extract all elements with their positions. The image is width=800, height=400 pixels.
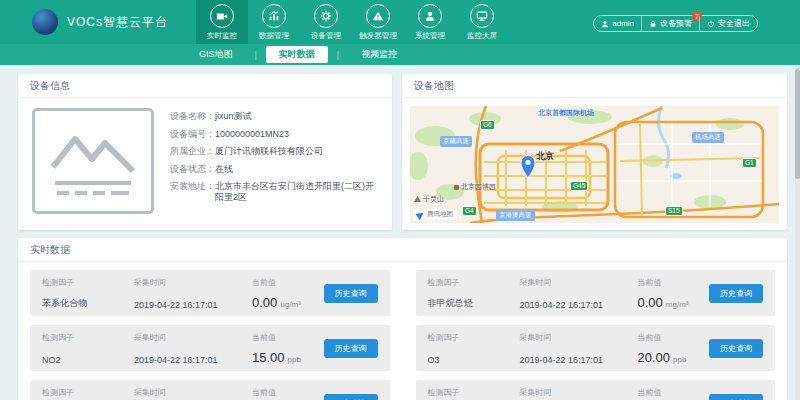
factor-card-tvoc: 检测因子TVOC 采集时间2019-04-22 16:17:01 当前值25.0… bbox=[30, 380, 390, 400]
device-map-title: 设备地图 bbox=[402, 74, 787, 98]
field-device-id: 设备编号： 1000000001MN23 bbox=[170, 129, 378, 140]
power-icon bbox=[707, 20, 715, 28]
sample-time: 2019-04-22 16:17:01 bbox=[134, 300, 252, 310]
realtime-title: 实时数据 bbox=[18, 238, 787, 262]
col-time-label: 采集时间 bbox=[134, 277, 252, 288]
map-road-label: 京港澳高速 bbox=[496, 210, 535, 221]
factor-card-nmhc: 检测因子非甲烷总烃 采集时间2019-04-22 16:17:01 当前值0.0… bbox=[416, 270, 776, 316]
logo-globe-icon bbox=[32, 9, 58, 35]
nav-item-system-management[interactable]: 系统管理 bbox=[404, 0, 456, 44]
sample-time: 2019-04-22 16:17:01 bbox=[520, 355, 638, 365]
current-value: 0.00 bbox=[638, 295, 663, 310]
factor-card-o3: 检测因子O3 采集时间2019-04-22 16:17:01 当前值20.00p… bbox=[416, 325, 776, 371]
current-value: 0.00 bbox=[252, 295, 277, 310]
tab-gis-map[interactable]: GIS地图 bbox=[186, 46, 246, 63]
map-city-label: 北京 bbox=[536, 150, 554, 163]
col-value-label: 当前值 bbox=[638, 277, 710, 288]
map-road-shield: G45 bbox=[570, 181, 588, 191]
tab-realtime-data[interactable]: 实时数据 bbox=[266, 46, 328, 63]
col-value-label: 当前值 bbox=[638, 387, 710, 398]
value-unit: ppb bbox=[288, 355, 301, 364]
nav-item-monitor-screen[interactable]: 监控大屏 bbox=[456, 0, 508, 44]
factor-card-benzene: 检测因子苯系化合物 采集时间2019-04-22 16:17:01 当前值0.0… bbox=[30, 270, 390, 316]
current-value: 15.00 bbox=[252, 350, 285, 365]
history-query-button[interactable]: 历史查询 bbox=[709, 394, 763, 400]
main-nav: 实时监控 数据管理 设备管理 触发器管理 bbox=[196, 0, 508, 44]
map[interactable]: 北京首都国际机场 北京 千灵山 北京园博园 京藏高速 机场高速 京港澳高速 G6… bbox=[410, 106, 779, 223]
nav-item-trigger-management[interactable]: 触发器管理 bbox=[352, 0, 404, 44]
map-road-shield: G4 bbox=[462, 206, 477, 216]
field-address: 安装地址： 北京市丰台区右安门街道开阳里(二区)开阳里2区 bbox=[170, 181, 378, 203]
lock-icon bbox=[649, 20, 657, 28]
divider: | bbox=[337, 50, 339, 60]
history-query-button[interactable]: 历史查询 bbox=[324, 339, 378, 358]
app-title: VOCs智慧云平台 bbox=[67, 14, 168, 31]
field-company: 所属企业： 厦门计讯物联科技有限公司 bbox=[170, 146, 378, 157]
alert-triangle-icon bbox=[366, 4, 390, 28]
logout-button[interactable]: 安全退出 bbox=[699, 16, 757, 31]
col-time-label: 采集时间 bbox=[134, 332, 252, 343]
col-factor-label: 检测因子 bbox=[428, 332, 520, 343]
top-header: VOCs智慧云平台 实时监控 数据管理 设备管理 bbox=[0, 0, 800, 44]
col-time-label: 采集时间 bbox=[520, 387, 638, 398]
col-time-label: 采集时间 bbox=[134, 387, 252, 398]
map-park-label: 北京园博园 bbox=[454, 182, 496, 192]
monitor-icon bbox=[470, 4, 494, 28]
nav-item-device-management[interactable]: 设备管理 bbox=[300, 0, 352, 44]
sub-nav: GIS地图 | 实时数据 | 视频监控 bbox=[0, 44, 800, 65]
map-pin-icon bbox=[521, 156, 535, 179]
scrollbar-thumb[interactable] bbox=[795, 69, 800, 179]
history-query-button[interactable]: 历史查询 bbox=[709, 284, 763, 303]
map-road-shield: G6 bbox=[480, 120, 495, 130]
history-query-button[interactable]: 历史查询 bbox=[324, 284, 378, 303]
device-info-body: 设备名称： jixun测试 设备编号： 1000000001MN23 所属企业：… bbox=[18, 98, 392, 224]
app-window: VOCs智慧云平台 实时监控 数据管理 设备管理 bbox=[0, 0, 800, 400]
device-image-placeholder bbox=[32, 108, 154, 214]
user-menu: admin 设备预警 7 安全退出 bbox=[593, 15, 758, 32]
factor-card-pm25: 检测因子PM2.5 采集时间2019-04-22 16:17:01 当前值30.… bbox=[416, 380, 776, 400]
history-query-button[interactable]: 历史查询 bbox=[709, 339, 763, 358]
history-query-button[interactable]: 历史查询 bbox=[324, 394, 378, 400]
mountain-icon bbox=[414, 196, 421, 202]
admin-label: admin bbox=[612, 19, 634, 28]
nav-item-realtime-monitor[interactable]: 实时监控 bbox=[196, 0, 248, 44]
realtime-data-panel: 实时数据 检测因子苯系化合物 采集时间2019-04-22 16:17:01 当… bbox=[18, 238, 787, 400]
col-factor-label: 检测因子 bbox=[42, 277, 134, 288]
factor-name: 苯系化合物 bbox=[42, 297, 134, 310]
col-value-label: 当前值 bbox=[252, 332, 324, 343]
col-value-label: 当前值 bbox=[638, 332, 710, 343]
col-time-label: 采集时间 bbox=[520, 332, 638, 343]
value-unit: ppb bbox=[673, 355, 686, 364]
device-info-title: 设备信息 bbox=[18, 74, 392, 98]
current-value: 20.00 bbox=[638, 350, 671, 365]
value-unit: mg/m³ bbox=[666, 300, 689, 309]
map-attribution: 腾讯地图 bbox=[413, 209, 457, 220]
logo: VOCs智慧云平台 bbox=[32, 9, 168, 35]
factor-card-no2: 检测因子NO2 采集时间2019-04-22 16:17:01 当前值15.00… bbox=[30, 325, 390, 371]
col-factor-label: 检测因子 bbox=[42, 387, 134, 398]
value-unit: ug/m³ bbox=[280, 300, 300, 309]
nav-item-data-management[interactable]: 数据管理 bbox=[248, 0, 300, 44]
map-road-shield: G1 bbox=[742, 158, 757, 168]
device-map-panel: 设备地图 bbox=[402, 74, 787, 230]
map-mountain-label: 千灵山 bbox=[414, 194, 444, 204]
logout-label: 安全退出 bbox=[718, 18, 750, 29]
divider: | bbox=[255, 50, 257, 60]
factor-name: NO2 bbox=[42, 355, 134, 365]
device-alert-button[interactable]: 设备预警 7 bbox=[641, 16, 699, 31]
admin-button[interactable]: admin bbox=[594, 16, 641, 31]
camera-icon bbox=[210, 4, 234, 28]
col-time-label: 采集时间 bbox=[520, 277, 638, 288]
realtime-grid: 检测因子苯系化合物 采集时间2019-04-22 16:17:01 当前值0.0… bbox=[18, 262, 787, 400]
col-value-label: 当前值 bbox=[252, 277, 324, 288]
factor-name: O3 bbox=[428, 355, 520, 365]
scrollbar[interactable] bbox=[795, 65, 800, 400]
field-device-name: 设备名称： jixun测试 bbox=[170, 111, 378, 122]
factor-name: 非甲烷总烃 bbox=[428, 297, 520, 310]
field-status: 设备状态： 在线 bbox=[170, 164, 378, 175]
person-icon bbox=[601, 20, 609, 28]
gear-icon bbox=[314, 4, 338, 28]
col-factor-label: 检测因子 bbox=[428, 277, 520, 288]
col-factor-label: 检测因子 bbox=[428, 387, 520, 398]
tab-video-monitor[interactable]: 视频监控 bbox=[348, 46, 410, 63]
